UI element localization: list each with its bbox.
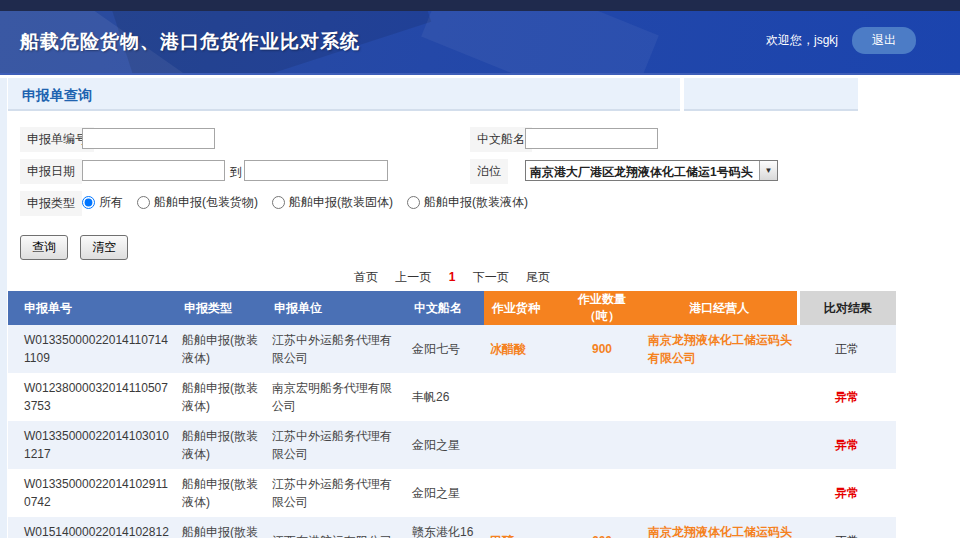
cell-quantity [562,373,642,421]
berth-label: 泊位 [470,159,508,184]
cell-declaration-no: W015140000220141028122151 [8,517,176,538]
pagination-current-page: 1 [449,270,456,284]
date-from-input[interactable] [82,160,225,181]
radio-bulk-liquid[interactable]: 船舶申报(散装液体) [407,194,528,211]
col-header-type: 申报类型 [176,291,266,325]
radio-bulk-solid-input[interactable] [272,196,285,209]
form-row-2: 申报日期 到 泊位 南京港大厂港区龙翔液体化工储运1号码头 ▼ [18,159,960,191]
pagination-last[interactable]: 尾页 [526,270,550,284]
radio-bulk-liquid-input[interactable] [407,196,420,209]
section-band-side [684,78,858,111]
query-form: 申报单编号 中文船名 申报日期 到 泊位 南京港大厂港区龙翔液体化工储运1号码头… [18,127,960,260]
form-row-1: 申报单编号 中文船名 [18,127,960,159]
welcome-text: 欢迎您，jsgkj [766,32,838,49]
col-header-quantity: 作业数量（吨） [562,291,642,325]
cell-agency: 江苏中外运船务代理有限公司 [266,421,406,469]
date-to-separator: 到 [230,164,242,181]
radio-bulk-solid[interactable]: 船舶申报(散装固体) [272,194,393,211]
cell-cargo: 甲醇 [484,517,562,538]
chevron-down-icon[interactable]: ▼ [759,161,777,180]
cell-type: 船舶申报(散装液体) [176,325,266,373]
cell-operator [642,469,798,517]
col-header-declaration-no: 申报单号 [8,291,176,325]
declaration-no-input[interactable] [82,128,215,149]
header-user-area: 欢迎您，jsgkj 退出 [766,27,916,54]
page: 船载危险货物、港口危货作业比对系统 欢迎您，jsgkj 退出 申报单查询 申报单… [0,0,960,538]
radio-packaged-goods-input[interactable] [137,196,150,209]
cell-operator [642,373,798,421]
cell-cargo: 冰醋酸 [484,325,562,373]
cell-type: 船舶申报(散装液体) [176,373,266,421]
radio-all[interactable]: 所有 [82,194,123,211]
cell-quantity: 900 [562,325,642,373]
cell-agency: 南京宏明船务代理有限公司 [266,373,406,421]
cell-result: 异常 [798,469,896,517]
header-decor-shape [421,11,659,75]
cell-quantity [562,421,642,469]
cell-operator: 南京龙翔液体化工储运码头有限公司 [642,325,798,373]
cell-ship: 赣东港化166 [406,517,484,538]
radio-bulk-liquid-label: 船舶申报(散装液体) [424,194,528,211]
logout-button[interactable]: 退出 [852,27,916,54]
pagination-prev[interactable]: 上一页 [395,270,431,284]
pagination-first[interactable]: 首页 [354,270,378,284]
page-title: 申报单查询 [8,78,92,105]
berth-selected-value: 南京港大厂港区龙翔液体化工储运1号码头 [526,161,759,180]
declaration-type-radio-group: 所有 船舶申报(包装货物) 船舶申报(散装固体) 船舶申报(散装液体) [82,194,542,211]
radio-all-input[interactable] [82,196,95,209]
cell-declaration-no: W013350000220141029110742 [8,469,176,517]
berth-select[interactable]: 南京港大厂港区龙翔液体化工储运1号码头 ▼ [525,160,778,181]
pagination: 首页 上一页 1 下一页 尾页 [8,269,896,286]
pagination-next[interactable]: 下一页 [473,270,509,284]
radio-bulk-solid-label: 船舶申报(散装固体) [289,194,393,211]
date-to-input[interactable] [244,160,388,181]
cell-operator: 南京龙翔液体化工储运码头有限公司 [642,517,798,538]
declaration-date-label: 申报日期 [20,159,82,184]
radio-packaged-goods[interactable]: 船舶申报(包装货物) [137,194,258,211]
cell-cargo [484,421,562,469]
cell-type: 船舶申报(散装液体) [176,469,266,517]
cell-quantity [562,469,642,517]
app-header: 船载危险货物、港口危货作业比对系统 欢迎您，jsgkj 退出 [0,11,960,75]
left-side-strip [0,78,7,538]
table-header-row: 申报单号 申报类型 申报单位 中文船名 作业货种 作业数量（吨） 港口经营人 比… [8,291,896,325]
col-header-result: 比对结果 [798,291,896,325]
cell-declaration-no: W013350000220141030101217 [8,421,176,469]
cell-type: 船舶申报(散装液体) [176,421,266,469]
table-row: W013350000220141030101217 船舶申报(散装液体) 江苏中… [8,421,896,469]
radio-packaged-goods-label: 船舶申报(包装货物) [154,194,258,211]
col-header-operator: 港口经营人 [642,291,798,325]
col-header-agency: 申报单位 [266,291,406,325]
cell-declaration-no: W012380000320141105073753 [8,373,176,421]
cell-result: 正常 [798,517,896,538]
cell-result: 异常 [798,373,896,421]
cell-result: 正常 [798,325,896,373]
declaration-type-label: 申报类型 [20,191,82,216]
table-row: W013350000220141107141109 船舶申报(散装液体) 江苏中… [8,325,896,373]
cell-ship: 金阳之星 [406,421,484,469]
cell-operator [642,421,798,469]
form-buttons: 查询 清空 [20,235,960,260]
radio-all-label: 所有 [99,194,123,211]
cell-result: 异常 [798,421,896,469]
cell-cargo [484,373,562,421]
query-button[interactable]: 查询 [20,235,68,260]
top-navy-strip [0,0,960,11]
table-row: W015140000220141028122151 船舶申报(散装液体) 江西东… [8,517,896,538]
results-table: 申报单号 申报类型 申报单位 中文船名 作业货种 作业数量（吨） 港口经营人 比… [8,291,896,538]
cell-agency: 江苏中外运船务代理有限公司 [266,325,406,373]
cell-ship: 丰帆26 [406,373,484,421]
table-row: W013350000220141029110742 船舶申报(散装液体) 江苏中… [8,469,896,517]
col-header-cargo: 作业货种 [484,291,562,325]
section-band-main: 申报单查询 [8,78,680,111]
app-title: 船载危险货物、港口危货作业比对系统 [20,29,360,55]
cell-agency: 江西东港航运有限公司 [266,517,406,538]
cell-agency: 江苏中外运船务代理有限公司 [266,469,406,517]
form-row-3: 申报类型 所有 船舶申报(包装货物) 船舶申报(散装固体) 船舶申报(散装液体) [18,191,960,223]
table-row: W012380000320141105073753 船舶申报(散装液体) 南京宏… [8,373,896,421]
clear-button[interactable]: 清空 [80,235,128,260]
cell-cargo [484,469,562,517]
ship-name-label: 中文船名 [470,127,532,152]
cell-type: 船舶申报(散装液体) [176,517,266,538]
ship-name-input[interactable] [525,128,658,149]
